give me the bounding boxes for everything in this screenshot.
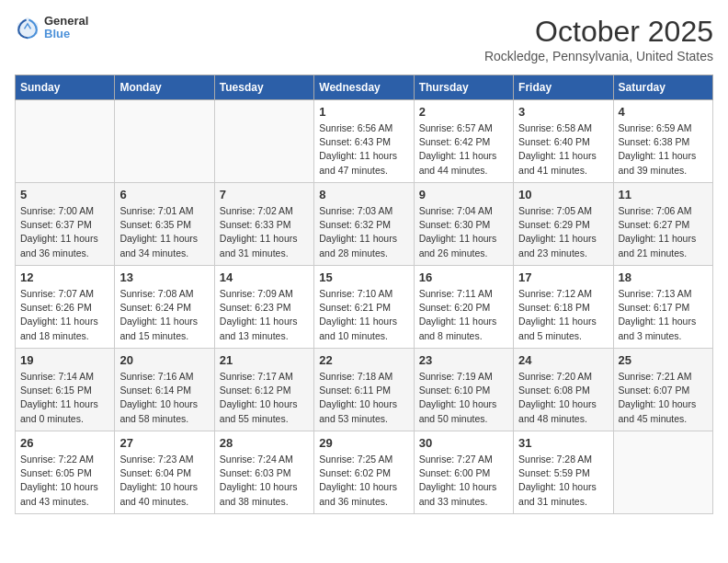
day-info: Sunrise: 7:24 AM Sunset: 6:03 PM Dayligh… [220, 453, 309, 509]
calendar-cell: 6Sunrise: 7:01 AM Sunset: 6:35 PM Daylig… [115, 183, 214, 266]
day-number: 22 [319, 353, 408, 367]
calendar-cell: 30Sunrise: 7:27 AM Sunset: 6:00 PM Dayli… [414, 431, 513, 514]
day-info: Sunrise: 6:58 AM Sunset: 6:40 PM Dayligh… [518, 121, 608, 178]
day-number: 11 [619, 188, 708, 201]
calendar-cell: 19Sunrise: 7:14 AM Sunset: 6:15 PM Dayli… [16, 349, 115, 431]
calendar-cell: 12Sunrise: 7:07 AM Sunset: 6:26 PM Dayli… [16, 266, 115, 349]
calendar-cell: 3Sunrise: 6:58 AM Sunset: 6:40 PM Daylig… [514, 100, 613, 183]
day-number: 23 [419, 353, 508, 367]
day-number: 7 [220, 188, 309, 201]
calendar-cell: 13Sunrise: 7:08 AM Sunset: 6:24 PM Dayli… [115, 266, 214, 349]
day-info: Sunrise: 7:02 AM Sunset: 6:33 PM Dayligh… [220, 204, 309, 260]
header-row: SundayMondayTuesdayWednesdayThursdayFrid… [16, 75, 713, 100]
calendar-cell: 28Sunrise: 7:24 AM Sunset: 6:03 PM Dayli… [214, 431, 313, 514]
calendar-cell [115, 100, 214, 183]
day-number: 27 [119, 436, 209, 450]
logo-icon [15, 15, 40, 40]
calendar-table: SundayMondayTuesdayWednesdayThursdayFrid… [15, 75, 713, 514]
day-header-saturday: Saturday [613, 75, 712, 100]
day-number: 24 [518, 353, 608, 367]
calendar-cell [613, 431, 712, 514]
day-info: Sunrise: 7:17 AM Sunset: 6:12 PM Dayligh… [220, 370, 309, 426]
day-number: 19 [20, 353, 109, 367]
day-number: 18 [619, 270, 708, 284]
calendar-cell: 11Sunrise: 7:06 AM Sunset: 6:27 PM Dayli… [613, 183, 712, 266]
calendar-cell: 16Sunrise: 7:11 AM Sunset: 6:20 PM Dayli… [414, 266, 513, 349]
day-info: Sunrise: 7:10 AM Sunset: 6:21 PM Dayligh… [319, 287, 408, 343]
calendar-week-2: 5Sunrise: 7:00 AM Sunset: 6:37 PM Daylig… [16, 183, 713, 266]
calendar-cell: 17Sunrise: 7:12 AM Sunset: 6:18 PM Dayli… [514, 266, 613, 349]
calendar-cell: 4Sunrise: 6:59 AM Sunset: 6:38 PM Daylig… [613, 100, 712, 183]
day-info: Sunrise: 7:16 AM Sunset: 6:14 PM Dayligh… [119, 370, 209, 426]
day-number: 30 [419, 436, 508, 450]
calendar-cell: 8Sunrise: 7:03 AM Sunset: 6:32 PM Daylig… [314, 183, 414, 266]
day-info: Sunrise: 7:01 AM Sunset: 6:35 PM Dayligh… [119, 204, 209, 260]
calendar-cell: 7Sunrise: 7:02 AM Sunset: 6:33 PM Daylig… [214, 183, 313, 266]
calendar-week-3: 12Sunrise: 7:07 AM Sunset: 6:26 PM Dayli… [16, 266, 713, 349]
title-block: October 2025 Rockledge, Pennsylvania, Un… [484, 15, 713, 63]
day-info: Sunrise: 6:56 AM Sunset: 6:43 PM Dayligh… [319, 121, 408, 178]
calendar-cell: 26Sunrise: 7:22 AM Sunset: 6:05 PM Dayli… [16, 431, 115, 514]
day-info: Sunrise: 7:19 AM Sunset: 6:10 PM Dayligh… [419, 370, 508, 426]
day-info: Sunrise: 7:27 AM Sunset: 6:00 PM Dayligh… [419, 453, 508, 509]
logo-line1: General [44, 15, 88, 28]
day-number: 2 [419, 105, 508, 119]
calendar-week-4: 19Sunrise: 7:14 AM Sunset: 6:15 PM Dayli… [16, 349, 713, 431]
day-info: Sunrise: 7:06 AM Sunset: 6:27 PM Dayligh… [619, 204, 708, 260]
day-info: Sunrise: 7:08 AM Sunset: 6:24 PM Dayligh… [119, 287, 209, 343]
day-header-thursday: Thursday [414, 75, 513, 100]
calendar-cell: 24Sunrise: 7:20 AM Sunset: 6:08 PM Dayli… [514, 349, 613, 431]
day-number: 25 [619, 353, 708, 367]
logo-line2: Blue [44, 28, 88, 40]
day-number: 26 [20, 436, 109, 450]
logo-text: General Blue [44, 15, 88, 41]
location-subtitle: Rockledge, Pennsylvania, United States [484, 49, 713, 63]
day-number: 20 [119, 353, 209, 367]
calendar-cell: 29Sunrise: 7:25 AM Sunset: 6:02 PM Dayli… [314, 431, 414, 514]
day-header-monday: Monday [115, 75, 214, 100]
day-info: Sunrise: 7:20 AM Sunset: 6:08 PM Dayligh… [518, 370, 608, 426]
day-number: 8 [319, 188, 408, 201]
calendar-cell: 9Sunrise: 7:04 AM Sunset: 6:30 PM Daylig… [414, 183, 513, 266]
day-number: 9 [419, 188, 508, 201]
day-info: Sunrise: 7:23 AM Sunset: 6:04 PM Dayligh… [119, 453, 209, 509]
day-info: Sunrise: 7:05 AM Sunset: 6:29 PM Dayligh… [518, 204, 608, 260]
calendar-cell: 27Sunrise: 7:23 AM Sunset: 6:04 PM Dayli… [115, 431, 214, 514]
day-header-tuesday: Tuesday [214, 75, 313, 100]
day-info: Sunrise: 7:07 AM Sunset: 6:26 PM Dayligh… [20, 287, 109, 343]
calendar-cell: 22Sunrise: 7:18 AM Sunset: 6:11 PM Dayli… [314, 349, 414, 431]
calendar-cell: 10Sunrise: 7:05 AM Sunset: 6:29 PM Dayli… [514, 183, 613, 266]
day-info: Sunrise: 7:25 AM Sunset: 6:02 PM Dayligh… [319, 453, 408, 509]
day-number: 15 [319, 270, 408, 284]
calendar-cell: 23Sunrise: 7:19 AM Sunset: 6:10 PM Dayli… [414, 349, 513, 431]
day-number: 21 [220, 353, 309, 367]
day-info: Sunrise: 7:14 AM Sunset: 6:15 PM Dayligh… [20, 370, 109, 426]
day-info: Sunrise: 7:03 AM Sunset: 6:32 PM Dayligh… [319, 204, 408, 260]
day-info: Sunrise: 7:28 AM Sunset: 5:59 PM Dayligh… [518, 453, 608, 509]
calendar-cell [16, 100, 115, 183]
day-info: Sunrise: 7:11 AM Sunset: 6:20 PM Dayligh… [419, 287, 508, 343]
calendar-cell: 18Sunrise: 7:13 AM Sunset: 6:17 PM Dayli… [613, 266, 712, 349]
day-info: Sunrise: 7:12 AM Sunset: 6:18 PM Dayligh… [518, 287, 608, 343]
day-info: Sunrise: 6:59 AM Sunset: 6:38 PM Dayligh… [619, 121, 708, 178]
calendar-cell: 1Sunrise: 6:56 AM Sunset: 6:43 PM Daylig… [314, 100, 414, 183]
day-info: Sunrise: 7:22 AM Sunset: 6:05 PM Dayligh… [20, 453, 109, 509]
calendar-cell: 5Sunrise: 7:00 AM Sunset: 6:37 PM Daylig… [16, 183, 115, 266]
day-number: 10 [518, 188, 608, 201]
day-number: 5 [20, 188, 109, 201]
calendar-cell: 2Sunrise: 6:57 AM Sunset: 6:42 PM Daylig… [414, 100, 513, 183]
logo: General Blue [15, 15, 88, 41]
day-info: Sunrise: 7:04 AM Sunset: 6:30 PM Dayligh… [419, 204, 508, 260]
day-number: 28 [220, 436, 309, 450]
day-info: Sunrise: 6:57 AM Sunset: 6:42 PM Dayligh… [419, 121, 508, 178]
day-info: Sunrise: 7:18 AM Sunset: 6:11 PM Dayligh… [319, 370, 408, 426]
day-number: 29 [319, 436, 408, 450]
calendar-cell [214, 100, 313, 183]
day-info: Sunrise: 7:09 AM Sunset: 6:23 PM Dayligh… [220, 287, 309, 343]
day-header-sunday: Sunday [16, 75, 115, 100]
day-number: 12 [20, 270, 109, 284]
page-header: General Blue October 2025 Rockledge, Pen… [15, 15, 713, 63]
day-header-friday: Friday [514, 75, 613, 100]
day-number: 17 [518, 270, 608, 284]
day-number: 1 [319, 105, 408, 119]
